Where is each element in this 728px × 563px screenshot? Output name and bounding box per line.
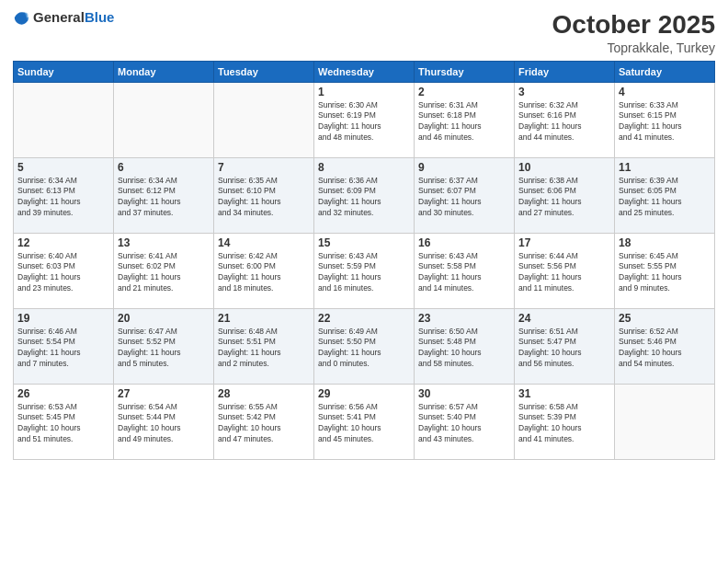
header-saturday: Saturday xyxy=(615,61,715,82)
calendar-cell: 8Sunrise: 6:36 AMSunset: 6:09 PMDaylight… xyxy=(314,157,415,233)
calendar-cell: 9Sunrise: 6:37 AMSunset: 6:07 PMDaylight… xyxy=(415,157,515,233)
calendar-cell xyxy=(14,82,114,157)
day-info: Sunrise: 6:57 AMSunset: 5:40 PMDaylight:… xyxy=(418,402,510,446)
day-number: 8 xyxy=(318,161,410,174)
day-info: Sunrise: 6:43 AMSunset: 5:58 PMDaylight:… xyxy=(418,251,510,295)
calendar-week-2: 5Sunrise: 6:34 AMSunset: 6:13 PMDaylight… xyxy=(14,157,715,233)
month-heading: October 2025 xyxy=(552,9,715,40)
calendar-cell: 18Sunrise: 6:45 AMSunset: 5:55 PMDayligh… xyxy=(615,233,715,308)
day-info: Sunrise: 6:39 AMSunset: 6:05 PMDaylight:… xyxy=(619,176,711,220)
day-info: Sunrise: 6:46 AMSunset: 5:54 PMDaylight:… xyxy=(17,327,109,371)
logo-text: General Blue xyxy=(33,10,114,26)
day-info: Sunrise: 6:55 AMSunset: 5:42 PMDaylight:… xyxy=(218,402,310,446)
header-sunday: Sunday xyxy=(14,61,114,82)
day-number: 11 xyxy=(619,161,711,174)
day-number: 23 xyxy=(418,312,510,325)
calendar-cell: 16Sunrise: 6:43 AMSunset: 5:58 PMDayligh… xyxy=(415,233,515,308)
day-info: Sunrise: 6:58 AMSunset: 5:39 PMDaylight:… xyxy=(518,402,610,446)
calendar-cell: 12Sunrise: 6:40 AMSunset: 6:03 PMDayligh… xyxy=(14,233,114,308)
calendar-table: Sunday Monday Tuesday Wednesday Thursday… xyxy=(13,61,715,460)
header-wednesday: Wednesday xyxy=(314,61,415,82)
calendar-cell: 5Sunrise: 6:34 AMSunset: 6:13 PMDaylight… xyxy=(14,157,114,233)
header-thursday: Thursday xyxy=(415,61,515,82)
day-info: Sunrise: 6:56 AMSunset: 5:41 PMDaylight:… xyxy=(318,402,410,446)
day-info: Sunrise: 6:49 AMSunset: 5:50 PMDaylight:… xyxy=(318,327,410,371)
weekday-header-row: Sunday Monday Tuesday Wednesday Thursday… xyxy=(14,61,715,82)
calendar-cell: 11Sunrise: 6:39 AMSunset: 6:05 PMDayligh… xyxy=(615,157,715,233)
header-friday: Friday xyxy=(515,61,615,82)
calendar-cell xyxy=(114,82,214,157)
header: General Blue October 2025 Toprakkale, Tu… xyxy=(13,9,715,55)
day-number: 1 xyxy=(318,86,410,98)
day-info: Sunrise: 6:48 AMSunset: 5:51 PMDaylight:… xyxy=(218,327,310,371)
day-number: 31 xyxy=(518,387,610,400)
day-number: 16 xyxy=(418,236,510,249)
day-number: 3 xyxy=(518,86,610,98)
day-info: Sunrise: 6:34 AMSunset: 6:13 PMDaylight:… xyxy=(17,176,109,220)
calendar-cell: 7Sunrise: 6:35 AMSunset: 6:10 PMDaylight… xyxy=(214,157,314,233)
calendar-cell: 25Sunrise: 6:52 AMSunset: 5:46 PMDayligh… xyxy=(615,308,715,384)
day-info: Sunrise: 6:33 AMSunset: 6:15 PMDaylight:… xyxy=(619,100,711,144)
day-number: 15 xyxy=(318,236,410,249)
day-number: 13 xyxy=(118,236,210,249)
calendar-cell: 14Sunrise: 6:42 AMSunset: 6:00 PMDayligh… xyxy=(214,233,314,308)
day-info: Sunrise: 6:32 AMSunset: 6:16 PMDaylight:… xyxy=(518,100,610,144)
day-number: 9 xyxy=(418,161,510,174)
day-info: Sunrise: 6:51 AMSunset: 5:47 PMDaylight:… xyxy=(518,327,610,371)
day-number: 5 xyxy=(17,161,109,174)
calendar-cell xyxy=(615,384,715,459)
day-number: 2 xyxy=(418,86,510,98)
day-info: Sunrise: 6:34 AMSunset: 6:12 PMDaylight:… xyxy=(118,176,210,220)
calendar-cell: 31Sunrise: 6:58 AMSunset: 5:39 PMDayligh… xyxy=(515,384,615,459)
day-info: Sunrise: 6:52 AMSunset: 5:46 PMDaylight:… xyxy=(619,327,711,371)
day-info: Sunrise: 6:47 AMSunset: 5:52 PMDaylight:… xyxy=(118,327,210,371)
day-number: 24 xyxy=(518,312,610,325)
day-info: Sunrise: 6:37 AMSunset: 6:07 PMDaylight:… xyxy=(418,176,510,220)
day-number: 6 xyxy=(118,161,210,174)
calendar-week-5: 26Sunrise: 6:53 AMSunset: 5:45 PMDayligh… xyxy=(14,384,715,459)
day-info: Sunrise: 6:31 AMSunset: 6:18 PMDaylight:… xyxy=(418,100,510,144)
calendar-cell: 10Sunrise: 6:38 AMSunset: 6:06 PMDayligh… xyxy=(515,157,615,233)
calendar-cell: 24Sunrise: 6:51 AMSunset: 5:47 PMDayligh… xyxy=(515,308,615,384)
day-number: 19 xyxy=(17,312,109,325)
day-number: 18 xyxy=(619,236,711,249)
day-info: Sunrise: 6:53 AMSunset: 5:45 PMDaylight:… xyxy=(17,402,109,446)
day-number: 17 xyxy=(518,236,610,249)
logo: General Blue xyxy=(13,9,114,26)
day-number: 7 xyxy=(218,161,310,174)
calendar-cell: 15Sunrise: 6:43 AMSunset: 5:59 PMDayligh… xyxy=(314,233,415,308)
calendar-cell: 30Sunrise: 6:57 AMSunset: 5:40 PMDayligh… xyxy=(415,384,515,459)
header-tuesday: Tuesday xyxy=(214,61,314,82)
calendar-cell: 13Sunrise: 6:41 AMSunset: 6:02 PMDayligh… xyxy=(114,233,214,308)
day-number: 12 xyxy=(17,236,109,249)
calendar-cell xyxy=(214,82,314,157)
day-info: Sunrise: 6:30 AMSunset: 6:19 PMDaylight:… xyxy=(318,100,410,144)
logo-icon xyxy=(13,9,29,26)
day-info: Sunrise: 6:43 AMSunset: 5:59 PMDaylight:… xyxy=(318,251,410,295)
day-number: 26 xyxy=(17,387,109,400)
day-number: 14 xyxy=(218,236,310,249)
month-title: October 2025 Toprakkale, Turkey xyxy=(552,9,715,55)
day-info: Sunrise: 6:38 AMSunset: 6:06 PMDaylight:… xyxy=(518,176,610,220)
location-heading: Toprakkale, Turkey xyxy=(552,40,715,55)
day-number: 29 xyxy=(318,387,410,400)
day-number: 25 xyxy=(619,312,711,325)
calendar-cell: 17Sunrise: 6:44 AMSunset: 5:56 PMDayligh… xyxy=(515,233,615,308)
calendar-cell: 26Sunrise: 6:53 AMSunset: 5:45 PMDayligh… xyxy=(14,384,114,459)
day-info: Sunrise: 6:44 AMSunset: 5:56 PMDaylight:… xyxy=(518,251,610,295)
calendar-cell: 29Sunrise: 6:56 AMSunset: 5:41 PMDayligh… xyxy=(314,384,415,459)
calendar-cell: 4Sunrise: 6:33 AMSunset: 6:15 PMDaylight… xyxy=(615,82,715,157)
day-number: 10 xyxy=(518,161,610,174)
day-info: Sunrise: 6:40 AMSunset: 6:03 PMDaylight:… xyxy=(17,251,109,295)
calendar-week-1: 1Sunrise: 6:30 AMSunset: 6:19 PMDaylight… xyxy=(14,82,715,157)
day-number: 27 xyxy=(118,387,210,400)
calendar-week-4: 19Sunrise: 6:46 AMSunset: 5:54 PMDayligh… xyxy=(14,308,715,384)
day-info: Sunrise: 6:35 AMSunset: 6:10 PMDaylight:… xyxy=(218,176,310,220)
calendar-cell: 19Sunrise: 6:46 AMSunset: 5:54 PMDayligh… xyxy=(14,308,114,384)
calendar-cell: 3Sunrise: 6:32 AMSunset: 6:16 PMDaylight… xyxy=(515,82,615,157)
day-info: Sunrise: 6:36 AMSunset: 6:09 PMDaylight:… xyxy=(318,176,410,220)
day-number: 20 xyxy=(118,312,210,325)
day-number: 30 xyxy=(418,387,510,400)
calendar-week-3: 12Sunrise: 6:40 AMSunset: 6:03 PMDayligh… xyxy=(14,233,715,308)
day-info: Sunrise: 6:54 AMSunset: 5:44 PMDaylight:… xyxy=(118,402,210,446)
